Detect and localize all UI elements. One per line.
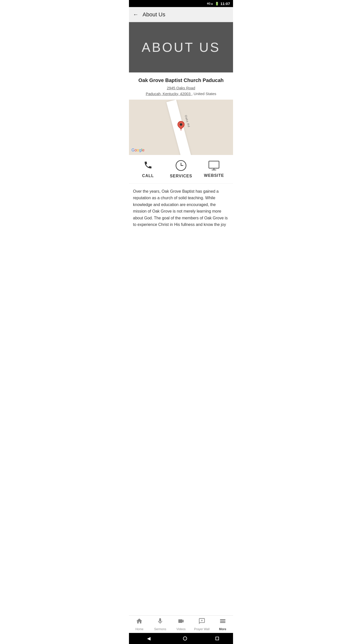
map-road-label: Oaks Rd (184, 115, 190, 128)
services-label: SERVICES (170, 174, 192, 178)
monitor-icon (208, 160, 219, 171)
description-text: Over the years, Oak Grove Baptist has ga… (129, 184, 233, 232)
hero-banner: ABOUT US (129, 22, 233, 72)
battery-icon: 🔋 (215, 2, 219, 6)
map-container[interactable]: Oaks Rd Google (129, 100, 233, 155)
hero-text: ABOUT US (142, 40, 220, 55)
website-label: WEBSITE (204, 173, 224, 178)
phone-icon (144, 160, 153, 172)
map-pin (177, 121, 185, 131)
signal-icon: 4G▲ (207, 2, 213, 5)
pin-head (176, 119, 186, 130)
church-name: Oak Grove Baptist Church Paducah (133, 77, 229, 83)
church-info: Oak Grove Baptist Church Paducah 2945 Oa… (129, 72, 233, 97)
header-bar: ← About Us (129, 7, 233, 22)
church-address: 2945 Oaks Road Paducah, Kentucky, 42003 … (133, 85, 229, 97)
page-title: About Us (143, 11, 165, 18)
svg-rect-3 (209, 161, 219, 168)
call-button[interactable]: CALL (135, 160, 161, 178)
google-logo: Google (131, 148, 145, 152)
time-display: 11:07 (220, 2, 230, 6)
address-link[interactable]: 2945 Oaks Road Paducah, Kentucky, 42003 (146, 86, 195, 96)
clock-icon (175, 160, 187, 172)
action-buttons: CALL SERVICES WEBSITE (129, 155, 233, 184)
back-button[interactable]: ← (133, 11, 139, 18)
status-bar: 4G▲ 🔋 11:07 (129, 0, 233, 7)
call-label: CALL (142, 174, 154, 178)
website-button[interactable]: WEBSITE (201, 160, 227, 178)
services-button[interactable]: SERVICES (168, 160, 194, 178)
